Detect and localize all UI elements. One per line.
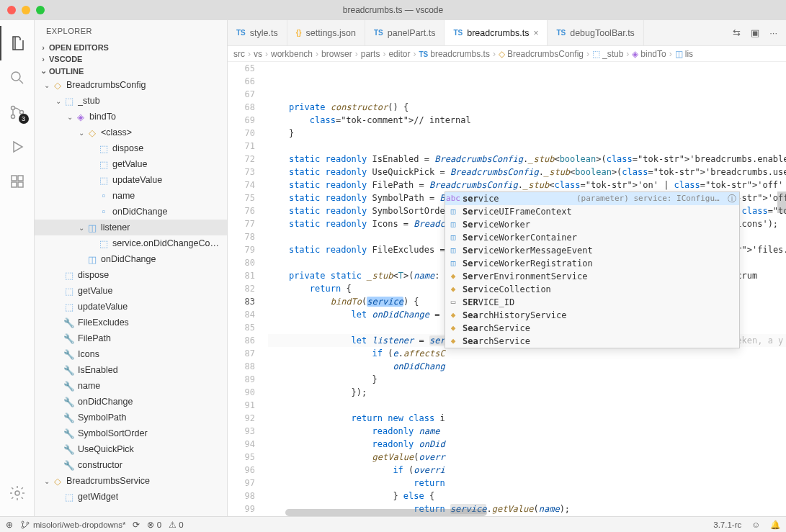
code-line[interactable]: if (overri: [268, 464, 786, 477]
chevron-down-icon[interactable]: ⌄: [53, 97, 63, 105]
info-icon[interactable]: ⓘ: [728, 192, 736, 205]
code-line[interactable]: }: [268, 373, 786, 386]
minimize-window[interactable]: [22, 6, 30, 14]
suggest-item[interactable]: ◫ServiceWorker: [445, 218, 739, 231]
suggest-item[interactable]: ▭SERVICE_ID: [445, 296, 739, 309]
compare-icon[interactable]: ⇆: [733, 27, 741, 38]
code-line[interactable]: return new class i: [268, 412, 786, 425]
code-line[interactable]: readonly name: [268, 425, 786, 438]
code-line[interactable]: return: [268, 477, 786, 490]
suggest-item[interactable]: ◆SearchService: [445, 322, 739, 335]
code-line[interactable]: class="tok-comment">// internal: [268, 114, 786, 127]
outline-item[interactable]: ▫name: [35, 188, 227, 204]
outline-item[interactable]: ⌄◇BreadcrumbsService: [35, 473, 227, 489]
tab[interactable]: TSpanelPart.ts: [365, 20, 445, 45]
code-line[interactable]: }: [268, 127, 786, 140]
breadcrumb-item[interactable]: vs: [254, 49, 262, 59]
outline-item[interactable]: 🔧FilePath: [35, 330, 227, 346]
outline-item[interactable]: ⌄◇<class>: [35, 125, 227, 140]
folder-section[interactable]: › VSCODE: [35, 53, 227, 65]
outline-item[interactable]: ⬚getValue: [35, 156, 227, 172]
tab[interactable]: {}settings.json: [287, 20, 365, 45]
outline-item[interactable]: ⌄◈bindTo: [35, 109, 227, 125]
breadcrumb-item[interactable]: src: [233, 49, 245, 59]
outline-item[interactable]: ⌄◫listener: [35, 220, 227, 235]
outline-item[interactable]: 🔧IsEnabled: [35, 362, 227, 378]
outline-item[interactable]: 🔧UseQuickPick: [35, 441, 227, 457]
outline-section[interactable]: ⌄ OUTLINE: [35, 65, 227, 77]
breadcrumb-item[interactable]: workbench: [271, 49, 313, 59]
code-line[interactable]: static readonly UseQuickPick = Breadcrum…: [268, 166, 786, 179]
debug-icon[interactable]: [0, 130, 35, 164]
outline-item[interactable]: 🔧constructor: [35, 457, 227, 473]
suggest-item[interactable]: ◆ServiceCollection: [445, 283, 739, 296]
errors-count[interactable]: ⊗ 0: [147, 520, 161, 530]
more-icon[interactable]: ···: [769, 27, 777, 38]
code-content[interactable]: private constructor() { class="tok-comme…: [268, 62, 786, 516]
code-line[interactable]: [268, 140, 786, 153]
explorer-icon[interactable]: [0, 26, 35, 60]
outline-item[interactable]: ⬚dispose: [35, 267, 227, 283]
breadcrumb-item[interactable]: parts: [361, 49, 380, 59]
code-line[interactable]: });: [268, 386, 786, 399]
outline-item[interactable]: ⌄⬚_stub: [35, 93, 227, 109]
code-line[interactable]: getValue(overr: [268, 451, 786, 464]
suggest-item[interactable]: ◫ServiceUIFrameContext: [445, 205, 739, 218]
suggest-item[interactable]: ◆ServerEnvironmentService: [445, 270, 739, 283]
split-icon[interactable]: ▣: [751, 27, 759, 38]
outline-item[interactable]: ⬚getValue: [35, 283, 227, 299]
chevron-down-icon[interactable]: ⌄: [42, 477, 52, 485]
extensions-icon[interactable]: [0, 164, 35, 199]
breadcrumb-item[interactable]: ◈bindTo: [632, 49, 666, 59]
outline-item[interactable]: ⬚updateValue: [35, 299, 227, 315]
close-icon[interactable]: ×: [533, 28, 538, 38]
breadcrumb-item[interactable]: ◫lis: [675, 49, 693, 59]
tab[interactable]: TSbreadcrumbs.ts×: [445, 20, 548, 45]
typescript-version[interactable]: 3.7.1-rc: [713, 520, 741, 529]
code-editor[interactable]: 6566676869707172737475767778798081828384…: [228, 62, 786, 516]
tab[interactable]: TSstyle.ts: [228, 20, 287, 45]
outline-item[interactable]: ▫onDidChange: [35, 204, 227, 220]
outline-item[interactable]: 🔧SymbolSortOrder: [35, 425, 227, 441]
code-line[interactable]: static readonly FilePath = BreadcrumbsCo…: [268, 179, 786, 191]
outline-item[interactable]: ⬚dispose: [35, 140, 227, 156]
search-icon[interactable]: [0, 60, 35, 95]
outline-item[interactable]: 🔧name: [35, 378, 227, 394]
horizontal-scrollbar[interactable]: [275, 509, 779, 516]
breadcrumb-item[interactable]: ◇BreadcrumbsConfig: [499, 49, 584, 59]
close-window[interactable]: [7, 6, 16, 14]
suggest-item[interactable]: ◫ServiceWorkerContainer: [445, 231, 739, 244]
remote-indicator[interactable]: ⊕: [6, 520, 13, 530]
breadcrumb-item[interactable]: ⬚_stub: [592, 49, 623, 59]
code-line[interactable]: } else {: [268, 490, 786, 502]
outline-item[interactable]: ⬚getWidget: [35, 489, 227, 505]
suggest-item[interactable]: ◫ServiceWorkerRegistration: [445, 257, 739, 270]
tab[interactable]: TSdebugToolBar.ts: [548, 20, 643, 45]
chevron-down-icon[interactable]: ⌄: [76, 129, 86, 137]
breadcrumb[interactable]: src›vs›workbench›browser›parts›editor›TS…: [228, 46, 786, 62]
outline-item[interactable]: 🔧Icons: [35, 346, 227, 362]
suggest-item[interactable]: abcservice(parameter) service: IConfigur…: [445, 192, 739, 205]
scm-icon[interactable]: 3: [0, 95, 35, 130]
outline-item[interactable]: 🔧onDidChange: [35, 394, 227, 410]
suggest-item[interactable]: ◫ServiceWorkerMessageEvent: [445, 244, 739, 257]
chevron-down-icon[interactable]: ⌄: [65, 113, 75, 121]
outline-item[interactable]: ⬚service.onDidChangeCo…: [35, 235, 227, 251]
git-branch[interactable]: misolori/web-dropdowns*: [20, 520, 125, 530]
minimap-scrollbar[interactable]: [777, 191, 786, 213]
outline-item[interactable]: ⌄◇BreadcrumbsConfig: [35, 77, 227, 93]
notifications-icon[interactable]: 🔔: [770, 520, 780, 530]
code-line[interactable]: static readonly IsEnabled = BreadcrumbsC…: [268, 153, 786, 166]
outline-item[interactable]: 🔧SymbolPath: [35, 410, 227, 425]
sync-button[interactable]: ⟳: [133, 520, 140, 530]
breadcrumb-item[interactable]: TSbreadcrumbs.ts: [419, 49, 489, 59]
zoom-window[interactable]: [36, 6, 45, 14]
outline-item[interactable]: 🔧FileExcludes: [35, 315, 227, 330]
outline-item[interactable]: ◫onDidChange: [35, 251, 227, 267]
warnings-count[interactable]: ⚠ 0: [169, 520, 184, 530]
code-line[interactable]: private constructor() {: [268, 101, 786, 114]
breadcrumb-item[interactable]: editor: [388, 49, 410, 59]
chevron-down-icon[interactable]: ⌄: [76, 224, 86, 232]
code-line[interactable]: [268, 399, 786, 412]
breadcrumb-item[interactable]: browser: [321, 49, 352, 59]
